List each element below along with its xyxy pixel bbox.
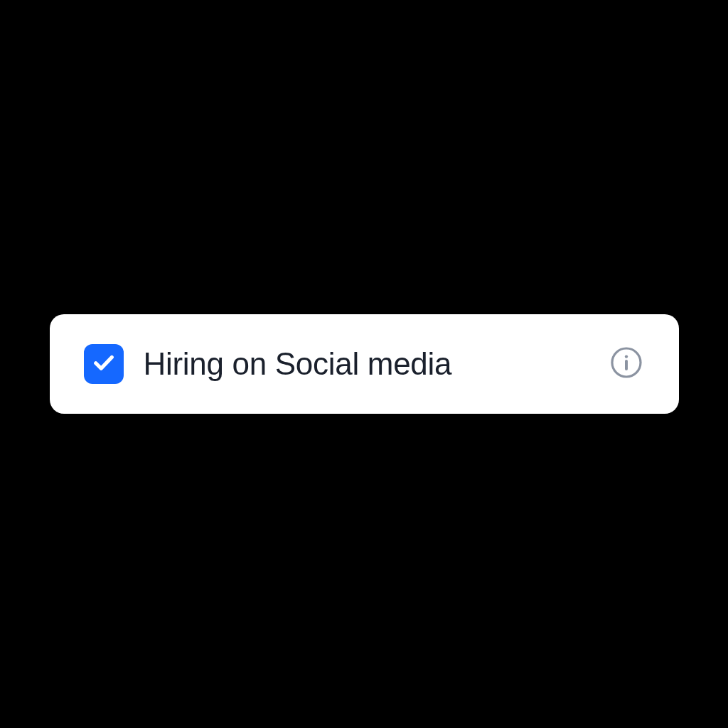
option-label: Hiring on Social media (144, 346, 588, 382)
info-icon (609, 346, 643, 382)
info-button[interactable] (608, 346, 645, 382)
hiring-social-media-checkbox[interactable] (84, 344, 124, 384)
option-card: Hiring on Social media (50, 314, 679, 414)
svg-point-1 (624, 355, 627, 358)
checkmark-icon (91, 350, 117, 378)
